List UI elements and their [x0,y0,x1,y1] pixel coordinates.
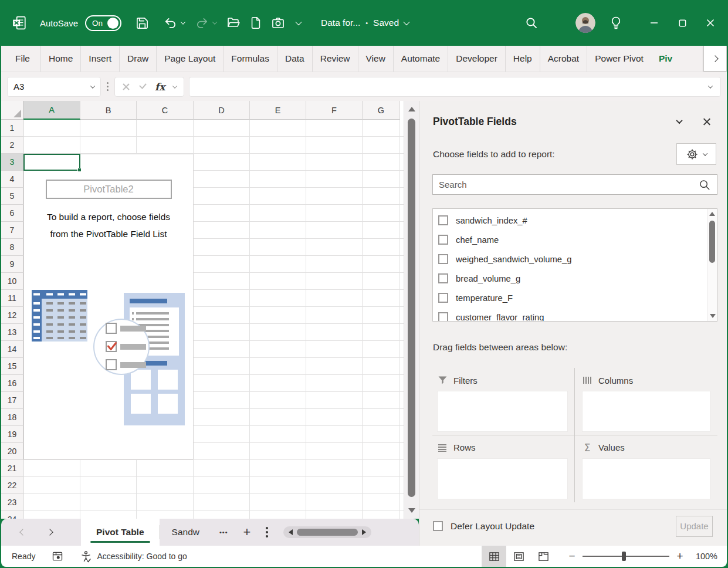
undo-icon[interactable] [160,13,180,33]
search-icon[interactable] [698,178,711,191]
checkbox-icon[interactable] [438,273,448,283]
ribbon-tab-home[interactable]: Home [40,46,80,72]
sheet-tab-sandw[interactable]: Sandw [160,519,211,546]
new-file-icon[interactable] [246,13,266,33]
scroll-up-icon[interactable] [408,107,415,111]
row-header-18[interactable]: 18 [1,409,23,426]
vertical-scroll-thumb[interactable] [408,119,415,497]
field-item-customer_flavor_rating[interactable]: customer_flavor_rating [433,307,717,322]
next-sheet-button[interactable] [36,519,63,546]
scroll-down-icon[interactable] [408,508,415,513]
ribbon-tab-power-pivot[interactable]: Power Pivot [587,46,651,72]
column-header-G[interactable]: G [363,101,400,120]
ribbon-tab-help[interactable]: Help [505,46,540,72]
row-header-12[interactable]: 12 [1,307,23,324]
select-all-corner[interactable] [1,101,23,120]
row-header-4[interactable]: 4 [1,171,23,188]
title-dropdown-icon[interactable] [403,19,409,25]
new-sheet-button[interactable]: + [243,525,251,540]
defer-layout-update-checkbox[interactable]: Defer Layout Update [433,521,534,532]
area-columns[interactable]: Columns [575,368,717,435]
horizontal-scrollbar[interactable] [283,526,371,538]
area-values[interactable]: ΣValues [575,435,717,503]
checkbox-icon[interactable] [438,293,448,303]
scroll-left-icon[interactable] [289,529,293,535]
field-list-scroll-thumb[interactable] [709,221,715,263]
cancel-entry-icon[interactable] [122,83,130,91]
row-header-23[interactable]: 23 [1,494,23,511]
normal-view-button[interactable] [482,546,506,567]
insert-function-icon[interactable]: fx [155,81,165,93]
ribbon-tab-piv[interactable]: Piv [651,46,680,72]
row-header-13[interactable]: 13 [1,324,23,341]
horizontal-scroll-thumb[interactable] [297,529,358,536]
name-box[interactable]: A3 [7,77,101,97]
update-button[interactable]: Update [676,516,713,537]
ribbon-tab-developer[interactable]: Developer [448,46,505,72]
zoom-slider[interactable] [583,552,669,561]
checkbox-icon[interactable] [438,254,448,264]
row-header-21[interactable]: 21 [1,460,23,477]
row-header-11[interactable]: 11 [1,290,23,307]
formula-input[interactable] [189,77,721,97]
ribbon-tab-page-layout[interactable]: Page Layout [156,46,223,72]
minimize-button[interactable] [640,10,668,36]
field-item-weighed_sandwich_volume_g[interactable]: weighed_sandwich_volume_g [433,249,717,269]
field-item-sandwich_index_#[interactable]: sandwich_index_# [433,211,717,230]
ribbon-tab-view[interactable]: View [358,46,393,72]
ribbon-tab-insert[interactable]: Insert [80,46,119,72]
row-header-8[interactable]: 8 [1,239,23,256]
area-dropzone-rows[interactable] [437,458,568,499]
search-input[interactable] [439,180,698,190]
field-list[interactable]: sandwich_index_#chef_nameweighed_sandwic… [432,208,717,322]
ribbon-overflow-button[interactable] [703,46,727,72]
ribbon-tab-acrobat[interactable]: Acrobat [540,46,587,72]
field-list-scrollbar[interactable] [707,209,717,321]
column-header-C[interactable]: C [137,101,194,120]
checkbox-icon[interactable] [438,235,448,245]
checkbox-icon[interactable] [438,312,448,322]
redo-dropdown-icon[interactable] [212,19,217,24]
row-header-6[interactable]: 6 [1,205,23,222]
row-header-14[interactable]: 14 [1,341,23,358]
scroll-up-icon[interactable] [709,212,715,216]
autosave-toggle[interactable]: On [85,15,121,31]
ribbon-tab-draw[interactable]: Draw [119,46,156,72]
save-icon[interactable] [132,13,152,33]
area-rows[interactable]: Rows [432,435,575,503]
excel-app-icon[interactable] [9,13,29,33]
vertical-scrollbar[interactable] [404,101,419,519]
row-header-3[interactable]: 3 [1,154,23,171]
zoom-in-button[interactable]: + [675,550,685,563]
column-header-E[interactable]: E [250,101,306,120]
more-sheets-icon[interactable]: ••• [219,529,228,536]
field-item-bread_volume_g[interactable]: bread_volume_g [433,269,717,288]
row-header-19[interactable]: 19 [1,426,23,443]
area-dropzone-values[interactable] [582,458,710,499]
row-header-1[interactable]: 1 [1,120,23,137]
field-item-chef_name[interactable]: chef_name [433,230,717,249]
scroll-down-icon[interactable] [710,314,716,318]
page-layout-view-button[interactable] [506,546,531,567]
row-header-16[interactable]: 16 [1,375,23,392]
row-header-9[interactable]: 9 [1,256,23,273]
tools-button[interactable] [676,143,716,165]
previous-sheet-button[interactable] [9,519,36,546]
row-header-7[interactable]: 7 [1,222,23,239]
pane-close-button[interactable] [697,114,715,129]
row-header-15[interactable]: 15 [1,358,23,375]
document-title-group[interactable]: Data for... • Saved [321,18,409,28]
column-header-F[interactable]: F [306,101,363,120]
column-header-D[interactable]: D [194,101,250,120]
search-icon[interactable] [522,13,541,33]
confirm-entry-icon[interactable] [138,83,147,91]
lightbulb-icon[interactable] [606,13,626,33]
page-break-preview-button[interactable] [531,546,556,567]
accessibility-status[interactable]: Accessibility: Good to go [72,546,195,567]
scroll-right-icon[interactable] [362,529,366,535]
zoom-slider-thumb[interactable] [622,552,626,561]
row-header-10[interactable]: 10 [1,273,23,290]
row-header-17[interactable]: 17 [1,392,23,409]
expand-formula-bar-icon[interactable] [708,83,713,88]
namebox-dropdown-icon[interactable] [90,83,95,88]
